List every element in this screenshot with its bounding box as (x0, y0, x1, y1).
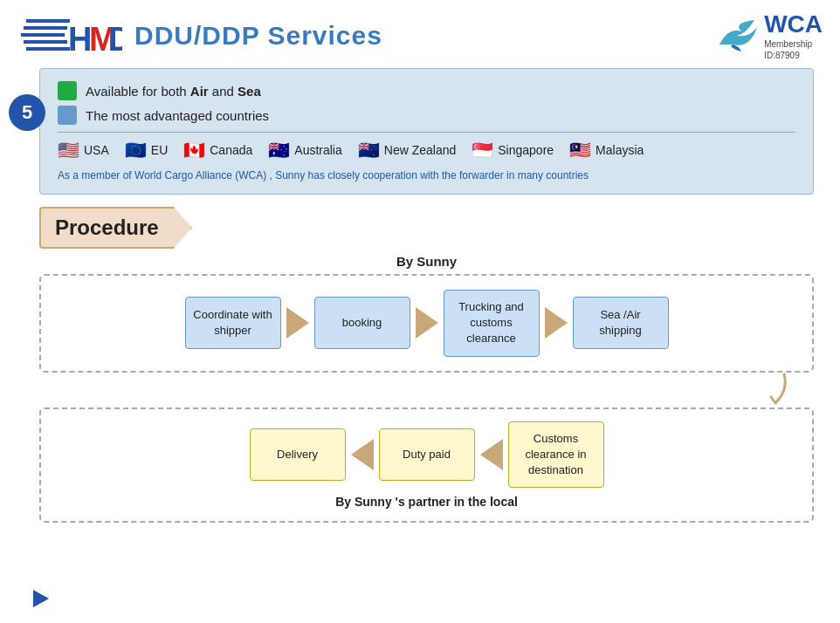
curve-arrow-area (39, 373, 814, 407)
sunny-flow-row: Coordinate with shipper booking Trucking… (52, 290, 802, 357)
partner-flow-row: Delivery Duty paid Customs clearance in … (52, 421, 802, 489)
by-partner-label: By Sunny 's partner in the local (52, 495, 802, 509)
flag-canada: 🇨🇦 Canada (183, 140, 252, 161)
partner-container: Delivery Duty paid Customs clearance in … (39, 407, 814, 524)
svg-text:D: D (108, 21, 122, 58)
flag-usa: 🇺🇸 USA (58, 140, 109, 161)
logo-area: H M D DDU/DDP Services (17, 12, 382, 60)
customs-dest-box: Customs clearance in destination (508, 421, 604, 489)
arrow-3 (545, 307, 568, 339)
by-sunny-label: By Sunny (39, 254, 814, 269)
divider (58, 132, 795, 133)
info-box: Available for both Air and Sea The most … (39, 68, 814, 195)
delivery-box: Delivery (250, 428, 346, 481)
wca-bird-icon (715, 18, 759, 53)
procedure-label: Procedure (39, 207, 192, 249)
procedure-section: Procedure By Sunny Coordinate with shipp… (39, 207, 814, 373)
arrow-back-1 (351, 439, 374, 470)
curve-arrow-svg (723, 373, 793, 407)
blue-indicator (58, 106, 77, 125)
sunny-flow-container: Coordinate with shipper booking Trucking… (39, 274, 814, 373)
hmd-logo: H M D (17, 12, 122, 60)
member-note: As a member of World Cargo Alliance (WCA… (58, 169, 795, 181)
arrow-1 (286, 307, 309, 339)
header: H M D DDU/DDP Services WCA Membership ID… (0, 0, 840, 68)
step-number: 5 (9, 94, 45, 131)
wca-membership: Membership ID:87909 (764, 38, 823, 61)
flags-row: 🇺🇸 USA 🇪🇺 EU 🇨🇦 Canada 🇦🇺 Australia 🇳🇿 N… (58, 140, 795, 161)
flag-malaysia: 🇲🇾 Malaysia (569, 140, 644, 161)
wca-badge: WCA Membership ID:87909 (715, 10, 823, 61)
duty-paid-box: Duty paid (379, 428, 475, 481)
info-row-countries: The most advantaged countries (58, 106, 795, 125)
coordinate-box: Coordinate with shipper (185, 297, 281, 349)
page-title: DDU/DDP Services (134, 21, 382, 51)
booking-box: booking (314, 297, 410, 349)
arrow-back-2 (480, 439, 503, 470)
bottom-arrow-area (33, 590, 49, 607)
trucking-box: Trucking and customs clearance (444, 290, 540, 357)
flag-eu: 🇪🇺 EU (125, 140, 168, 161)
green-indicator (58, 81, 77, 100)
countries-label: The most advantaged countries (86, 108, 269, 123)
flag-australia: 🇦🇺 Australia (268, 140, 341, 161)
info-row-air-sea: Available for both Air and Sea (58, 81, 795, 100)
flag-singapore: 🇸🇬 Singapore (472, 140, 554, 161)
wca-text: WCA (764, 10, 823, 38)
air-sea-label: Available for both Air and Sea (86, 84, 261, 99)
sea-air-box: Sea /Air shipping (573, 297, 669, 349)
procedure-label-wrap: Procedure (39, 207, 814, 249)
flag-new-zealand: 🇳🇿 New Zealand (358, 140, 457, 161)
arrow-2 (416, 307, 438, 339)
bottom-triangle-icon (33, 590, 49, 607)
